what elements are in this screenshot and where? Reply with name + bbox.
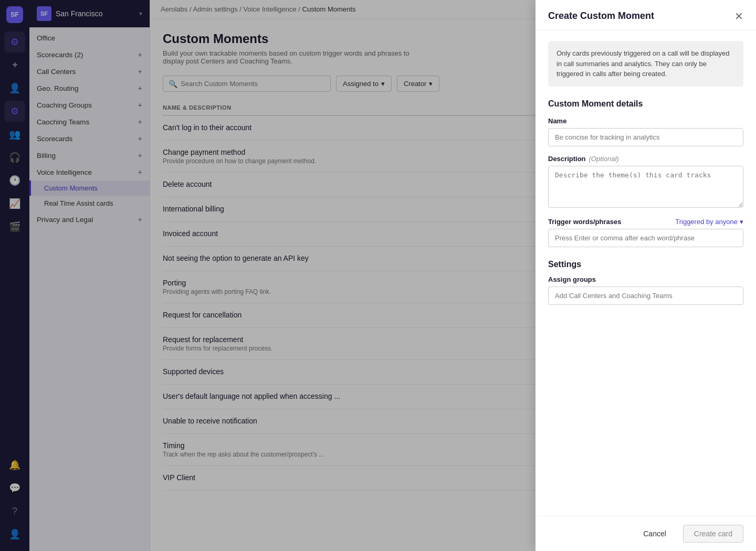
panel-header: Create Custom Moment ✕ <box>536 0 756 30</box>
settings-title: Settings <box>548 260 743 269</box>
assign-groups-label: Assign groups <box>548 276 743 283</box>
info-box: Only cards previously triggered on a cal… <box>548 41 743 87</box>
create-card-button[interactable]: Create card <box>683 525 743 543</box>
trigger-label: Trigger words/phrases <box>548 218 621 226</box>
trigger-input[interactable] <box>548 229 743 247</box>
panel-footer: Cancel Create card <box>536 516 756 551</box>
triggered-by-dropdown[interactable]: Triggered by anyone ▾ <box>675 218 743 226</box>
description-label: Description (Optional) <box>548 155 743 163</box>
close-panel-button[interactable]: ✕ <box>734 11 743 22</box>
cancel-button[interactable]: Cancel <box>633 525 677 543</box>
chevron-down-icon: ▾ <box>740 218 743 226</box>
panel-body: Only cards previously triggered on a cal… <box>536 30 756 516</box>
create-custom-moment-panel: Create Custom Moment ✕ Only cards previo… <box>536 0 756 551</box>
description-textarea[interactable] <box>548 166 743 208</box>
name-input[interactable] <box>548 128 743 146</box>
trigger-header: Trigger words/phrases Triggered by anyon… <box>548 218 743 226</box>
section-details-title: Custom Moment details <box>548 99 743 109</box>
name-label: Name <box>548 117 743 125</box>
assign-groups-input[interactable] <box>548 287 743 305</box>
panel-title: Create Custom Moment <box>548 10 654 22</box>
